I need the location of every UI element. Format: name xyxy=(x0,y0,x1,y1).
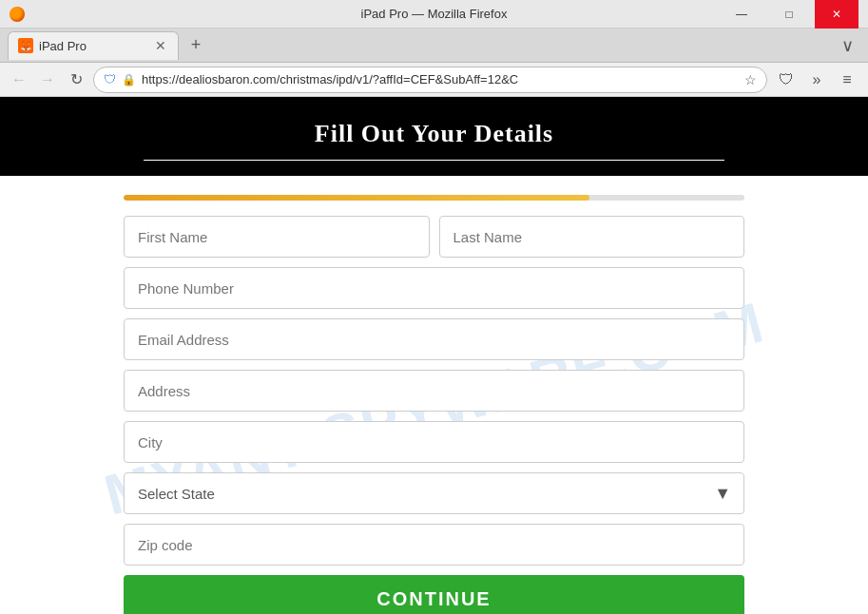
city-row xyxy=(124,421,744,463)
email-row xyxy=(124,318,744,360)
page-title: Fill Out Your Details xyxy=(19,120,849,148)
addressbar: ← → ↻ 🛡 🔒 https://dealiosbaron.com/chris… xyxy=(0,63,868,97)
tab-close-button[interactable]: ✕ xyxy=(153,38,168,53)
toolbar-icons: 🛡 » ≡ xyxy=(773,67,860,93)
close-button[interactable]: ✕ xyxy=(815,0,858,29)
address-row xyxy=(124,370,744,412)
more-tools-button[interactable]: » xyxy=(803,67,830,93)
window-controls: — □ ✕ xyxy=(720,0,858,29)
tab-label: iPad Pro xyxy=(39,39,147,53)
state-select[interactable]: Select State Alabama Alaska Arizona Cali… xyxy=(124,472,744,514)
name-row xyxy=(124,216,744,258)
browser-content: Fill Out Your Details MYANTISPYWARE.COM xyxy=(0,97,868,614)
forward-button[interactable]: → xyxy=(36,68,59,91)
form-area: MYANTISPYWARE.COM Select Stat xyxy=(0,176,868,614)
phone-input[interactable] xyxy=(124,267,744,309)
zip-row xyxy=(124,524,744,566)
shield2-icon-button[interactable]: 🛡 xyxy=(773,67,800,93)
menu-button[interactable]: ≡ xyxy=(834,67,860,93)
zip-input[interactable] xyxy=(124,524,744,566)
shield-icon: 🛡 xyxy=(104,72,116,86)
email-input[interactable] xyxy=(124,318,744,360)
page-header: Fill Out Your Details xyxy=(0,97,868,176)
header-divider xyxy=(144,160,724,161)
reload-button[interactable]: ↻ xyxy=(65,68,87,91)
back-button[interactable]: ← xyxy=(8,68,30,91)
tab-overflow-button[interactable]: ∨ xyxy=(834,32,860,59)
app-icon xyxy=(10,7,25,22)
tab-favicon-icon: 🦊 xyxy=(20,41,31,51)
maximize-button[interactable]: □ xyxy=(767,0,811,29)
last-name-input[interactable] xyxy=(439,216,745,258)
continue-button[interactable]: CONTINUE xyxy=(124,575,744,614)
state-wrapper: Select State Alabama Alaska Arizona Cali… xyxy=(124,472,744,514)
tab-favicon: 🦊 xyxy=(18,38,33,53)
first-name-input[interactable] xyxy=(124,216,430,258)
titlebar: iPad Pro — Mozilla Firefox — □ ✕ xyxy=(0,0,868,29)
window-title: iPad Pro — Mozilla Firefox xyxy=(361,7,508,21)
tabbar: 🦊 iPad Pro ✕ + ∨ xyxy=(0,29,868,63)
url-text: https://dealiosbaron.com/christmas/ipd/v… xyxy=(142,72,739,86)
progress-bar-fill xyxy=(124,195,589,201)
progress-bar-container xyxy=(124,195,744,201)
phone-row xyxy=(124,267,744,309)
address-input[interactable] xyxy=(124,370,744,412)
city-input[interactable] xyxy=(124,421,744,463)
lock-icon: 🔒 xyxy=(122,73,136,86)
url-bar[interactable]: 🛡 🔒 https://dealiosbaron.com/christmas/i… xyxy=(93,67,767,93)
bookmark-star-icon[interactable]: ☆ xyxy=(744,72,757,87)
new-tab-button[interactable]: + xyxy=(183,32,209,59)
browser-tab[interactable]: 🦊 iPad Pro ✕ xyxy=(8,31,179,60)
minimize-button[interactable]: — xyxy=(720,0,763,29)
